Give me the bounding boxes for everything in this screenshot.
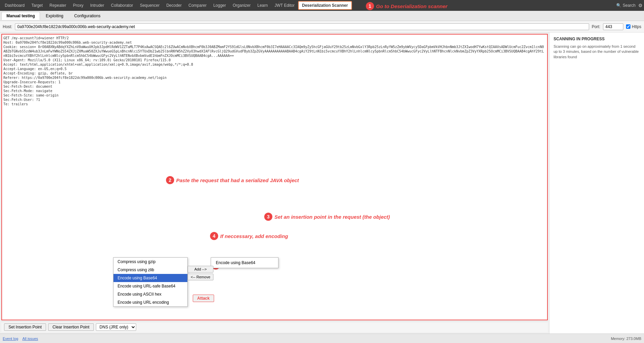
- nav-organizer[interactable]: Organizer: [229, 2, 254, 9]
- menu-compress-gzip[interactable]: Compress using gzip: [113, 258, 187, 266]
- context-menu: Compress using gzip Compress using zlib …: [113, 257, 188, 307]
- dns-select[interactable]: DNS (JRE only)DNS (custom)HTTP: [96, 323, 136, 331]
- set-insertion-point-button[interactable]: Set Insertion Point: [4, 323, 46, 331]
- event-log-link[interactable]: Event log: [3, 337, 18, 341]
- https-label: Https: [632, 24, 641, 29]
- right-panel: SCANNING IN PROGRESS Scanning can go on …: [549, 33, 644, 334]
- menu-compress-zlib[interactable]: Compress using zlib: [113, 266, 187, 274]
- menu-encode-ascii-hex[interactable]: Encode using ASCII hex: [113, 290, 187, 298]
- nav-logger[interactable]: Logger: [210, 2, 229, 9]
- encoding-panel: Encode using Base64: [211, 257, 278, 268]
- clear-insertion-point-button[interactable]: Clear Insertion Point: [48, 323, 94, 331]
- tab-manual-testing[interactable]: Manual testing: [1, 12, 40, 20]
- nav-jwt-editor[interactable]: JWT Editor: [271, 2, 298, 9]
- remove-button[interactable]: <-- Remove: [188, 274, 213, 280]
- search-button[interactable]: 🔍 Search: [616, 3, 636, 8]
- status-bar: Event log All issues Memory: 273.0MB: [0, 334, 644, 343]
- tab-configurations[interactable]: Configurations: [69, 12, 105, 20]
- nav-repeater[interactable]: Repeater: [46, 2, 69, 9]
- all-issues-link[interactable]: All issues: [22, 337, 38, 341]
- settings-button[interactable]: ⚙: [638, 3, 643, 8]
- search-label: Search: [623, 3, 636, 8]
- nav-proxy[interactable]: Proxy: [69, 2, 87, 9]
- request-editor[interactable]: GET /my-account?id=wiener HTTP/2 Host: 0…: [1, 34, 548, 320]
- port-label: Port:: [592, 24, 600, 29]
- nav-target[interactable]: Target: [28, 2, 46, 9]
- top-nav: Dashboard Target Repeater Proxy Intruder…: [0, 0, 644, 11]
- nav-comparer[interactable]: Comparer: [185, 2, 210, 9]
- nav-decoder[interactable]: Decoder: [163, 2, 185, 9]
- nav-deserialization-scanner[interactable]: Deserialization Scanner: [298, 1, 352, 10]
- host-bar: Host: Port: Https: [0, 21, 644, 33]
- menu-encode-base64[interactable]: Encode using Base64: [113, 274, 187, 282]
- memory-status: Memory: 273.0MB: [611, 337, 641, 341]
- menu-encode-urlsafe-base64[interactable]: Encode using URL-safe Base64: [113, 282, 187, 290]
- port-input[interactable]: [603, 23, 623, 30]
- scanning-title: SCANNING IN PROGRESS: [554, 37, 640, 41]
- attack-button[interactable]: Attack: [193, 295, 214, 302]
- add-button[interactable]: Add -->: [188, 266, 213, 273]
- nav-learn[interactable]: Learn: [254, 2, 271, 9]
- host-label: Host:: [3, 24, 12, 29]
- nav-sequencer[interactable]: Sequencer: [137, 2, 163, 9]
- sub-tabs: Manual testing Exploiting Configurations: [0, 11, 644, 21]
- nav-dashboard[interactable]: Dashboard: [1, 2, 28, 9]
- enc-base64[interactable]: Encode using Base64: [212, 259, 277, 266]
- bottom-toolbar: Set Insertion Point Clear Insertion Poin…: [1, 322, 548, 332]
- tab-exploiting[interactable]: Exploiting: [41, 12, 68, 20]
- scanning-text: Scanning can go on approximately from 1 …: [554, 44, 640, 60]
- menu-encode-url[interactable]: Encode using URL encoding: [113, 298, 187, 306]
- https-checkbox-group: Https: [626, 24, 641, 29]
- search-icon: 🔍: [616, 3, 621, 8]
- request-content[interactable]: GET /my-account?id=wiener HTTP/2 Host: 0…: [2, 35, 547, 320]
- https-checkbox[interactable]: [626, 24, 630, 29]
- host-input[interactable]: [15, 23, 589, 30]
- nav-intruder[interactable]: Intruder: [87, 2, 107, 9]
- nav-collaborator[interactable]: Collaborator: [108, 2, 137, 9]
